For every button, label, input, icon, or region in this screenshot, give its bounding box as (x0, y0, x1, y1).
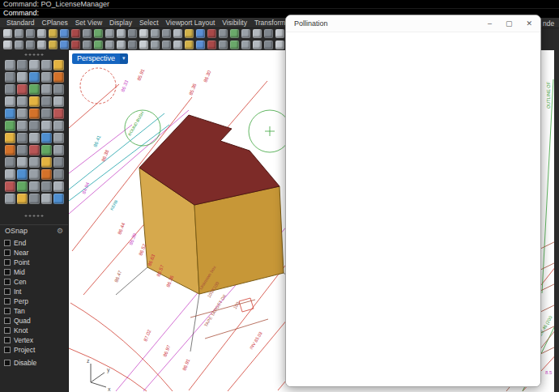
osnap-row-disable[interactable]: Disable (0, 358, 68, 368)
toolbar-icon[interactable] (53, 145, 64, 156)
viewport-title-tab[interactable]: Perspective ▾ (72, 53, 128, 64)
toolbar-icon[interactable] (196, 40, 205, 49)
toolbar-icon[interactable] (29, 109, 40, 119)
toolbar-icon[interactable] (49, 29, 58, 38)
toolbar-icon[interactable] (3, 40, 12, 49)
osnap-row-tan[interactable]: Tan (0, 306, 68, 316)
toolbar-icon[interactable] (41, 133, 52, 143)
osnap-row-cen[interactable]: Cen (0, 277, 68, 287)
panel-grip-2[interactable] (0, 207, 68, 224)
toolbar-icon[interactable] (37, 29, 46, 38)
toolbar-icon[interactable] (53, 181, 64, 192)
toolbar-icon[interactable] (41, 96, 52, 107)
checkbox[interactable] (4, 269, 11, 275)
toolbar-icon[interactable] (94, 40, 103, 49)
osnap-row-quad[interactable]: Quad (0, 316, 68, 326)
toolbar-icon[interactable] (71, 40, 80, 49)
osnap-row-end[interactable]: End (0, 238, 68, 248)
toolbar-icon[interactable] (17, 109, 28, 119)
toolbar-icon[interactable] (41, 181, 52, 192)
toolbar-icon[interactable] (53, 133, 64, 143)
checkbox[interactable] (4, 347, 11, 353)
toolbar-icon[interactable] (230, 29, 239, 38)
osnap-row-perp[interactable]: Perp (0, 296, 68, 306)
toolbar-icon[interactable] (5, 145, 15, 156)
toolbar-icon[interactable] (173, 40, 182, 49)
toolbar-icon[interactable] (173, 29, 182, 38)
toolbar-icon[interactable] (17, 121, 28, 131)
toolbar-icon[interactable] (162, 40, 171, 49)
toolbar-icon[interactable] (241, 40, 250, 49)
toolbar-icon[interactable] (53, 194, 64, 204)
pollination-window[interactable]: Pollination – ▢ ✕ (285, 15, 541, 387)
toolbar-icon[interactable] (5, 109, 15, 119)
checkbox[interactable] (4, 288, 11, 295)
toolbar-icon[interactable] (41, 109, 52, 119)
toolbar-icon[interactable] (5, 72, 15, 83)
checkbox[interactable] (4, 279, 11, 285)
toolbar-icon[interactable] (53, 157, 64, 168)
osnap-row-knot[interactable]: Knot (0, 326, 68, 335)
toolbar-icon[interactable] (29, 121, 40, 131)
menu-tab-viewport-layout[interactable]: Viewport Layout (166, 19, 215, 27)
checkbox[interactable] (4, 337, 11, 343)
toolbar-icon[interactable] (253, 40, 262, 49)
osnap-row-mid[interactable]: Mid (0, 267, 68, 277)
toolbar-icon[interactable] (105, 29, 114, 38)
toolbar-icon[interactable] (29, 96, 40, 107)
toolbar-icon[interactable] (275, 40, 284, 49)
toolbar-icon[interactable] (41, 72, 52, 83)
toolbar-icon[interactable] (207, 29, 216, 38)
osnap-row-int[interactable]: Int (0, 287, 68, 296)
toolbar-icon[interactable] (5, 133, 15, 143)
menu-tab-select[interactable]: Select (139, 19, 159, 27)
toolbar-icon[interactable] (151, 29, 160, 38)
toolbar-icon[interactable] (29, 60, 40, 70)
toolbar-icon[interactable] (17, 169, 28, 180)
toolbar-icon[interactable] (29, 145, 40, 156)
toolbar-icon[interactable] (128, 29, 137, 38)
toolbar-icon[interactable] (41, 60, 52, 70)
toolbar-icon[interactable] (41, 145, 52, 156)
toolbar-icon[interactable] (53, 60, 64, 70)
toolbar-icon[interactable] (105, 40, 114, 49)
toolbar-icon[interactable] (5, 169, 15, 180)
toolbar-icon[interactable] (29, 72, 40, 83)
menu-tab-visibility[interactable]: Visibility (222, 19, 247, 27)
toolbar-icon[interactable] (53, 121, 64, 131)
toolbar-icon[interactable] (5, 157, 15, 168)
toolbar-icon[interactable] (41, 157, 52, 168)
toolbar-icon[interactable] (139, 29, 148, 38)
toolbar-icon[interactable] (185, 40, 194, 49)
chevron-down-icon[interactable]: ▾ (120, 53, 128, 64)
toolbar-icon[interactable] (17, 157, 28, 168)
toolbar-icon[interactable] (196, 29, 205, 38)
panel-grip[interactable] (23, 51, 45, 58)
command-history-line[interactable]: Command: PO_LicenseManager (0, 0, 559, 9)
toolbar-icon[interactable] (41, 194, 52, 204)
osnap-row-point[interactable]: Point (0, 258, 68, 267)
toolbar-icon[interactable] (83, 29, 92, 38)
toolbar-icon[interactable] (53, 84, 64, 95)
toolbar-icon[interactable] (29, 84, 40, 95)
gear-icon[interactable]: ⚙ (57, 227, 63, 235)
toolbar-icon[interactable] (60, 29, 69, 38)
toolbar-icon[interactable] (5, 121, 15, 131)
checkbox[interactable] (4, 360, 11, 366)
toolbar-icon[interactable] (264, 40, 273, 49)
toolbar-icon[interactable] (17, 96, 28, 107)
checkbox[interactable] (4, 308, 11, 314)
toolbar-icon[interactable] (185, 29, 194, 38)
toolbar-icon[interactable] (41, 84, 52, 95)
toolbar-icon[interactable] (264, 29, 273, 38)
menu-tab-display[interactable]: Display (109, 19, 132, 27)
toolbar-icon[interactable] (241, 29, 250, 38)
toolbar-icon[interactable] (128, 40, 137, 49)
toolbar-icon[interactable] (53, 169, 64, 180)
osnap-row-near[interactable]: Near (0, 248, 68, 258)
toolbar-icon[interactable] (17, 194, 28, 204)
toolbar-icon[interactable] (15, 29, 23, 38)
toolbar-icon[interactable] (53, 72, 64, 83)
maximize-icon[interactable]: ▢ (506, 15, 513, 32)
toolbar-icon[interactable] (26, 29, 35, 38)
